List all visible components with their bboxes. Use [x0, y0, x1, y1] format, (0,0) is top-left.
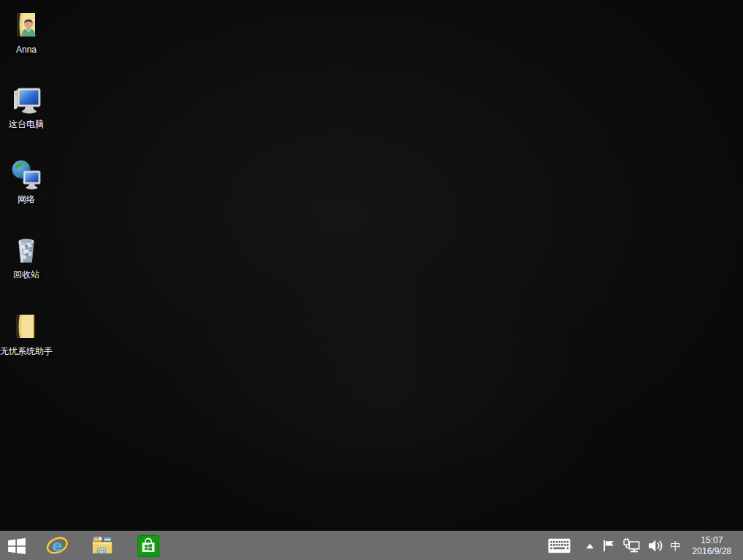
clock-time: 15:07: [701, 535, 723, 546]
action-center-flag-icon: [603, 540, 615, 552]
show-hidden-icons-button[interactable]: [581, 532, 599, 560]
svg-text:e: e: [52, 537, 62, 555]
desktop-icon-label: 无忧系统助手: [0, 346, 53, 356]
desktop-icon-label: 回收站: [13, 269, 39, 280]
start-button[interactable]: [0, 532, 34, 560]
store-icon: [137, 535, 159, 557]
windows-logo-icon: [7, 537, 26, 556]
recycle-bin-icon: [9, 232, 44, 267]
clock-date: 2016/9/28: [693, 546, 731, 557]
desktop-icon-recycle-bin[interactable]: 回收站: [0, 232, 53, 280]
file-explorer-icon: [91, 535, 113, 557]
desktop-icon-anna[interactable]: Anna: [0, 7, 53, 55]
desktop-icon-network[interactable]: 网络: [0, 157, 53, 204]
desktop-icon-label: 这台电脑: [9, 119, 44, 129]
network-globe-icon: [9, 157, 44, 192]
volume-button[interactable]: [644, 532, 667, 560]
touch-keyboard-icon: [548, 538, 571, 553]
network-status-icon: [622, 537, 641, 554]
action-center-button[interactable]: [599, 532, 619, 560]
ime-indicator: 中: [671, 540, 682, 551]
desktop-icon-this-pc[interactable]: 这台电脑: [0, 82, 53, 129]
file-explorer-button[interactable]: [85, 532, 120, 560]
volume-icon: [648, 539, 663, 553]
touch-keyboard-button[interactable]: [542, 532, 576, 560]
network-status-button[interactable]: [619, 532, 644, 560]
system-tray: 中 15:07 2016/9/28: [542, 532, 743, 560]
internet-explorer-button[interactable]: e: [39, 532, 75, 560]
desktop-icon-label: Anna: [16, 45, 37, 55]
show-hidden-icons-arrow: [586, 543, 594, 549]
taskbar: e: [0, 531, 743, 560]
store-button[interactable]: [131, 532, 166, 560]
desktop-icon-assistant-folder[interactable]: 无忧系统助手: [0, 309, 53, 356]
ime-language-button[interactable]: 中: [667, 532, 685, 560]
taskbar-clock[interactable]: 15:07 2016/9/28: [690, 532, 743, 560]
desktop-icon-label: 网络: [18, 194, 35, 204]
internet-explorer-icon: e: [46, 534, 69, 557]
windows-desktop: Anna 这台电脑: [0, 0, 743, 560]
computer-icon: [9, 82, 44, 117]
desktop-surface[interactable]: Anna 这台电脑: [0, 0, 743, 531]
folder-icon: [9, 309, 44, 344]
user-folder-icon: [9, 7, 44, 42]
